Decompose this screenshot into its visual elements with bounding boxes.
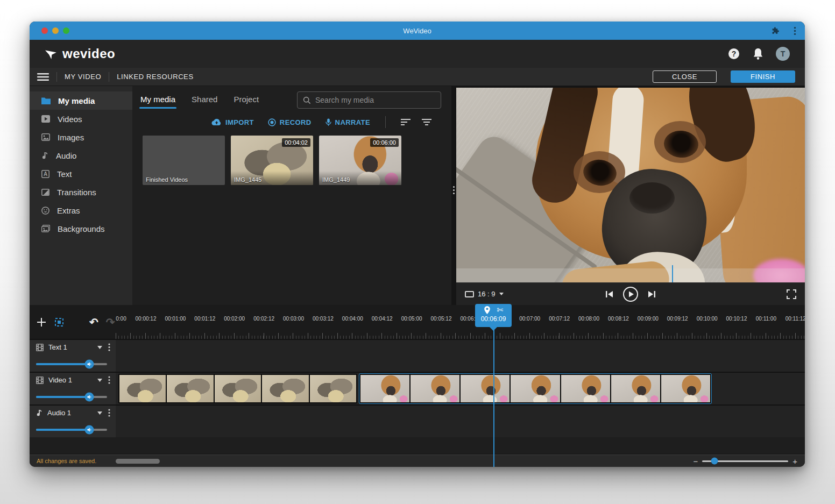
- volume-slider[interactable]: [36, 363, 107, 365]
- track-menu-icon[interactable]: [108, 409, 110, 417]
- zoom-slider-knob[interactable]: [711, 458, 718, 465]
- sidebar-item-backgrounds[interactable]: Backgrounds: [30, 219, 132, 238]
- aspect-ratio-dropdown[interactable]: 16 : 9: [465, 290, 504, 298]
- media-item-img_1449[interactable]: 00:06:00 IMG_1449: [319, 136, 401, 185]
- add-track-button[interactable]: [37, 317, 46, 327]
- nav-linked-resources[interactable]: LINKED RESOURCES: [117, 73, 194, 81]
- split-clip-icon[interactable]: ✄: [497, 306, 503, 314]
- filter-icon[interactable]: [422, 119, 432, 126]
- playhead-tooltip[interactable]: ✄ 00:06:09: [475, 304, 512, 327]
- chevron-down-icon[interactable]: [97, 379, 102, 382]
- finish-button[interactable]: FINISH: [731, 70, 795, 83]
- track-menu-icon[interactable]: [108, 343, 110, 351]
- timeline-clip[interactable]: [359, 374, 711, 403]
- media-item-finished-videos[interactable]: Finished Videos: [143, 136, 225, 185]
- track-body[interactable]: [116, 373, 805, 404]
- clip-frame-thumbnail: [167, 375, 214, 402]
- hamburger-menu-icon[interactable]: [37, 73, 49, 81]
- aspect-ratio-value: 16 : 9: [478, 290, 496, 298]
- volume-slider[interactable]: [36, 396, 107, 398]
- sidebar-item-videos[interactable]: Videos: [30, 110, 132, 128]
- next-frame-button[interactable]: [647, 290, 656, 298]
- help-icon[interactable]: ?: [727, 47, 740, 60]
- track-header[interactable]: Audio 1: [30, 406, 116, 437]
- panel-resize-handle-icon[interactable]: [451, 181, 456, 199]
- video-preview[interactable]: [456, 88, 805, 282]
- volume-knob[interactable]: [85, 425, 94, 435]
- play-button[interactable]: [622, 286, 639, 302]
- chevron-down-icon[interactable]: [97, 411, 102, 415]
- sidebar-item-images[interactable]: Images: [30, 128, 132, 146]
- divider: [56, 72, 57, 82]
- chevron-down-icon: [499, 293, 504, 295]
- record-button[interactable]: RECORD: [268, 118, 312, 126]
- ruler-timestamp: 00:11:12: [786, 316, 805, 322]
- undo-button[interactable]: ↶: [89, 317, 98, 328]
- track-name: Video 1: [48, 376, 72, 384]
- avatar[interactable]: T: [776, 47, 790, 61]
- preview-panel: 16 : 9: [456, 86, 805, 305]
- close-button[interactable]: CLOSE: [653, 70, 717, 83]
- zoom-slider[interactable]: [702, 460, 788, 462]
- search-icon: [303, 96, 311, 104]
- browser-menu-icon[interactable]: [794, 26, 796, 36]
- track-body[interactable]: [116, 340, 805, 372]
- sidebar-item-my-media[interactable]: My media: [30, 91, 132, 110]
- media-actions: IMPORT RECORD NARRATE: [132, 116, 451, 128]
- save-status: All changes are saved.: [37, 458, 96, 464]
- previous-frame-button[interactable]: [605, 290, 614, 298]
- add-marker-icon[interactable]: [484, 306, 491, 314]
- zoom-out-button[interactable]: −: [693, 457, 698, 465]
- timeline-clip[interactable]: [118, 374, 357, 403]
- divider: [109, 72, 109, 82]
- timeline-zoom-control: − +: [693, 457, 797, 465]
- notifications-bell-icon[interactable]: [752, 47, 764, 60]
- clip-frame-thumbnail: [511, 375, 561, 402]
- preview-playhead[interactable]: [672, 265, 673, 282]
- import-button[interactable]: IMPORT: [211, 118, 254, 126]
- nav-my-video[interactable]: MY VIDEO: [65, 73, 101, 81]
- title-bar: WeVideo: [30, 22, 805, 40]
- media-item-img_1445[interactable]: 00:04:02 IMG_1445: [231, 136, 313, 185]
- volume-knob[interactable]: [85, 393, 94, 402]
- svg-text:A: A: [44, 171, 47, 177]
- chevron-down-icon[interactable]: [97, 346, 102, 349]
- sidebar-item-audio[interactable]: Audio: [30, 146, 132, 165]
- track-header[interactable]: Video 1: [30, 373, 116, 404]
- timeline-ruler[interactable]: 0:0000:00:1200:01:0000:01:1200:02:0000:0…: [116, 305, 805, 339]
- narrate-button[interactable]: NARRATE: [325, 118, 370, 126]
- sidebar-item-transitions[interactable]: Transitions: [30, 183, 132, 201]
- track-name: Text 1: [48, 343, 67, 351]
- record-icon: [268, 118, 276, 126]
- redo-button[interactable]: ↷: [106, 317, 115, 328]
- sidebar-item-label: Videos: [58, 115, 82, 124]
- playhead-line[interactable]: [493, 327, 494, 467]
- track-menu-icon[interactable]: [108, 376, 110, 384]
- sort-icon[interactable]: [401, 119, 411, 126]
- search-input[interactable]: [315, 96, 435, 104]
- ruler-timestamp: 00:07:12: [549, 316, 570, 322]
- tab-project[interactable]: Project: [233, 95, 259, 109]
- extension-puzzle-icon[interactable]: [772, 26, 781, 36]
- volume-slider[interactable]: [36, 429, 107, 431]
- wevideo-logo[interactable]: wevideo: [45, 46, 115, 61]
- sidebar-item-label: Backgrounds: [58, 224, 105, 233]
- horizontal-scrollbar[interactable]: [116, 459, 160, 464]
- track-header[interactable]: Text 1: [30, 340, 116, 372]
- frame-tool-button[interactable]: [54, 317, 65, 328]
- aspect-ratio-icon: [465, 291, 474, 297]
- volume-knob[interactable]: [85, 360, 94, 369]
- fullscreen-button[interactable]: [787, 289, 796, 299]
- tab-shared[interactable]: Shared: [192, 95, 217, 109]
- preview-scrub-bar[interactable]: [456, 268, 805, 282]
- clip-frame-thumbnail: [310, 375, 356, 402]
- mic-icon: [325, 118, 331, 126]
- sidebar-item-text[interactable]: A Text: [30, 165, 132, 183]
- filmstrip-icon: [36, 377, 44, 384]
- sidebar-item-extras[interactable]: Extras: [30, 201, 132, 219]
- divider: [385, 116, 386, 128]
- tab-my-media[interactable]: My media: [140, 95, 175, 109]
- zoom-in-button[interactable]: +: [792, 457, 797, 465]
- ruler-timestamp: 00:05:00: [401, 316, 422, 322]
- track-body[interactable]: [116, 406, 805, 437]
